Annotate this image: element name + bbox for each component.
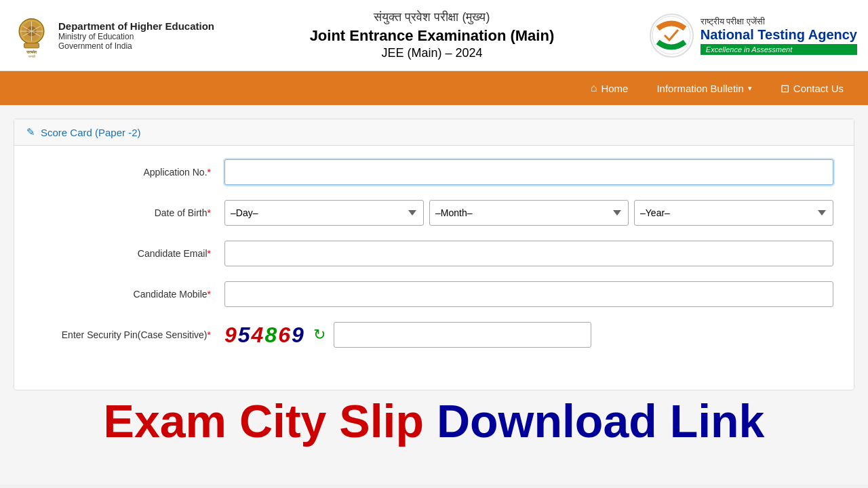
captcha-image: 954869 (224, 323, 305, 348)
main-content: ✎ Score Card (Paper -2) Application No.*… (0, 105, 868, 485)
security-content: 954869 ↻ (224, 322, 833, 348)
svg-rect-7 (24, 43, 39, 47)
dept-name: Department of Higher Education (58, 20, 214, 32)
security-pin-input[interactable] (334, 322, 591, 348)
mobile-label: Candidate Mobile* (35, 289, 224, 300)
mobile-row: Candidate Mobile* (35, 281, 833, 307)
nta-hindi: राष्ट्रीय परीक्षा एजेंसी (701, 16, 857, 27)
dob-group: –Day– –Month– –Year– (224, 200, 833, 226)
emblem-logo: सत्यमेव जयते (11, 12, 52, 59)
application-row: Application No.* (35, 159, 833, 185)
dob-row: Date of Birth* –Day– –Month– –Year– (35, 200, 833, 226)
card-title: Score Card (Paper -2) (41, 127, 141, 138)
nav-home-label: Home (601, 83, 628, 94)
dob-month-select[interactable]: –Month– (429, 200, 629, 226)
mobile-input[interactable] (224, 281, 833, 307)
nta-circle-logo (650, 14, 694, 58)
email-input[interactable] (224, 241, 833, 266)
form-area: Application No.* Date of Birth* –Day– –M… (14, 146, 854, 376)
nav-contact-label: Contact Us (793, 83, 844, 94)
home-icon: ⌂ (591, 82, 597, 94)
contact-icon: ⊡ (781, 82, 789, 95)
security-label: Enter Security Pin(Case Sensitive)* (35, 329, 224, 340)
navbar: ⌂ Home Information Bulletin ▾ ⊡ Contact … (0, 71, 868, 105)
exam-title: Joint Entrance Examination (Main) (214, 27, 650, 45)
email-row: Candidate Email* (35, 241, 833, 266)
refresh-captcha-icon[interactable]: ↻ (313, 326, 326, 344)
application-number-input[interactable] (224, 159, 833, 185)
nta-logo: राष्ट्रीय परीक्षा एजेंसी National Testin… (650, 14, 857, 58)
nta-name: National Testing Agency (701, 27, 857, 43)
edit-icon: ✎ (26, 126, 35, 138)
page-header: सत्यमेव जयते Department of Higher Educat… (0, 0, 868, 71)
svg-text:जयते: जयते (27, 54, 35, 57)
dob-day-select[interactable]: –Day– (224, 200, 424, 226)
nta-tagline: Excellence in Assessment (701, 44, 857, 55)
security-row: Enter Security Pin(Case Sensitive)* 9548… (35, 322, 833, 348)
nav-info-bulletin[interactable]: Information Bulletin ▾ (646, 77, 762, 100)
chevron-down-icon: ▾ (748, 84, 752, 93)
nta-text: राष्ट्रीय परीक्षा एजेंसी National Testin… (701, 16, 857, 55)
form-card: ✎ Score Card (Paper -2) Application No.*… (14, 119, 854, 390)
dept-info: Department of Higher Education Ministry … (58, 20, 214, 51)
nav-contact[interactable]: ⊡ Contact Us (770, 77, 854, 100)
overlay-text: Exam City Slip Download Link (14, 396, 854, 447)
dob-year-select[interactable]: –Year– (634, 200, 833, 226)
svg-text:सत्यमेव: सत्यमेव (26, 49, 37, 54)
app-label: Application No.* (35, 167, 224, 178)
nav-info-label: Information Bulletin (656, 83, 743, 94)
nta-block: राष्ट्रीय परीक्षा एजेंसी National Testin… (650, 14, 857, 58)
govt-name: Government of India (58, 41, 214, 51)
card-header: ✎ Score Card (Paper -2) (14, 119, 854, 146)
overlay-part2: Download Link (437, 395, 765, 447)
email-label: Candidate Email* (35, 248, 224, 259)
nav-home[interactable]: ⌂ Home (580, 77, 639, 100)
exam-title-block: संयुक्त प्रवेश परीक्षा (मुख्य) Joint Ent… (214, 10, 650, 60)
exam-year: JEE (Main) – 2024 (214, 46, 650, 60)
overlay-part1: Exam City Slip (104, 395, 424, 447)
hindi-title: संयुक्त प्रवेश परीक्षा (मुख्य) (214, 10, 650, 24)
dept-block: सत्यमेव जयते Department of Higher Educat… (11, 12, 214, 59)
ministry-name: Ministry of Education (58, 32, 214, 41)
dob-label: Date of Birth* (35, 207, 224, 218)
